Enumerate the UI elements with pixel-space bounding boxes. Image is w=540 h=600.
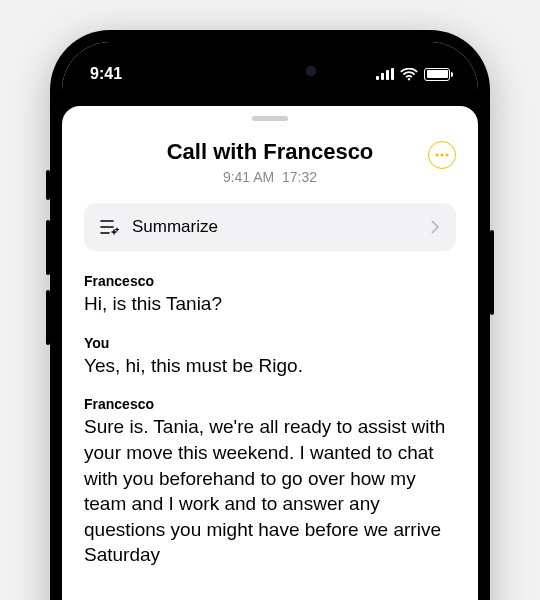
transcript-list: Francesco Hi, is this Tania? You Yes, hi…	[62, 251, 478, 568]
sheet-grabber[interactable]	[252, 116, 288, 121]
transcript-entry: Francesco Hi, is this Tania?	[84, 273, 456, 317]
phone-frame: 9:41 Call with Fran	[50, 30, 490, 600]
summarize-label: Summarize	[132, 217, 419, 237]
call-header: Call with Francesco 9:41 AM 17:32	[62, 139, 478, 185]
speaker-label: You	[84, 335, 456, 351]
transcript-text: Sure is. Tania, we're all ready to assis…	[84, 414, 456, 568]
dynamic-island	[210, 54, 330, 88]
screen: 9:41 Call with Fran	[62, 42, 478, 600]
summarize-icon	[100, 219, 120, 235]
svg-point-1	[440, 153, 443, 156]
speaker-label: Francesco	[84, 273, 456, 289]
status-time: 9:41	[90, 65, 122, 83]
side-button-silence	[46, 170, 50, 200]
sheet-backdrop: Call with Francesco 9:41 AM 17:32	[62, 92, 478, 600]
svg-point-0	[435, 153, 438, 156]
more-button[interactable]	[428, 141, 456, 169]
transcript-entry: Francesco Sure is. Tania, we're all read…	[84, 396, 456, 568]
side-button-power	[490, 230, 494, 315]
svg-point-2	[445, 153, 448, 156]
call-time: 9:41 AM	[223, 169, 274, 185]
front-camera	[306, 66, 316, 76]
call-subtitle: 9:41 AM 17:32	[84, 169, 456, 185]
ellipsis-icon	[435, 153, 449, 157]
summarize-button[interactable]: Summarize	[84, 203, 456, 251]
call-transcript-sheet: Call with Francesco 9:41 AM 17:32	[62, 106, 478, 600]
side-button-volume-up	[46, 220, 50, 275]
call-title: Call with Francesco	[84, 139, 456, 165]
speaker-label: Francesco	[84, 396, 456, 412]
wifi-icon	[400, 68, 418, 81]
transcript-text: Hi, is this Tania?	[84, 291, 456, 317]
cellular-signal-icon	[376, 68, 394, 80]
transcript-entry: You Yes, hi, this must be Rigo.	[84, 335, 456, 379]
battery-icon	[424, 68, 450, 81]
call-duration: 17:32	[282, 169, 317, 185]
status-icons	[376, 68, 450, 81]
chevron-right-icon	[431, 220, 440, 234]
transcript-text: Yes, hi, this must be Rigo.	[84, 353, 456, 379]
side-button-volume-down	[46, 290, 50, 345]
